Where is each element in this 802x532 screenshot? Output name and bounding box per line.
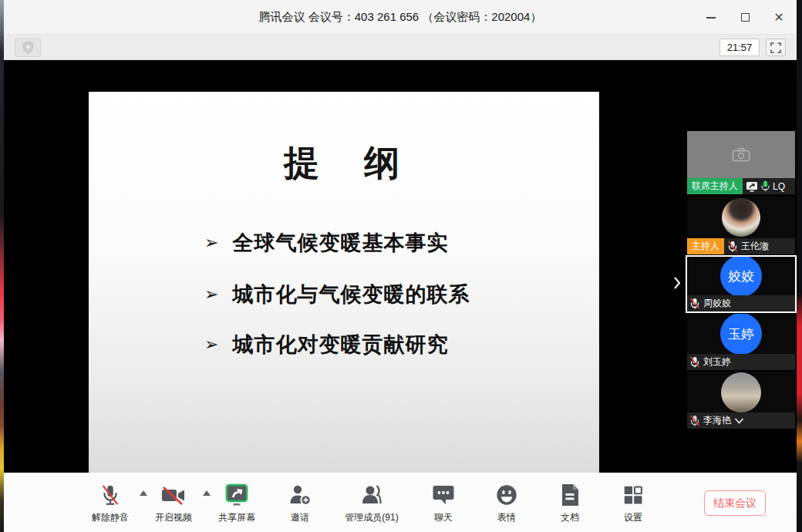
- bullet-text: 全球气候变暖基本事实: [232, 229, 448, 257]
- share-screen-icon: [223, 483, 251, 507]
- slide-bullet: ➢ 全球气候变暖基本事实: [204, 229, 448, 257]
- status-row: 21:57: [4, 35, 797, 60]
- toolbar-label: 共享屏幕: [218, 511, 255, 524]
- bullet-text: 城市化与气候变暖的联系: [232, 281, 470, 308]
- slide-bullet: ➢ 城市化与气候变暖的联系: [204, 281, 470, 308]
- participant-tile-wanglunche[interactable]: 主持人 王伦澈: [687, 197, 795, 254]
- participant-tile-liuyuting[interactable]: 玉婷 刘玉婷: [687, 314, 795, 370]
- participant-name: 李海艳: [703, 414, 731, 427]
- participant-namebar: 联席主持人 LQ: [687, 178, 795, 194]
- video-off-placeholder: [687, 131, 795, 178]
- unmute-button[interactable]: 解除静音: [83, 480, 137, 524]
- minimize-icon: [706, 17, 716, 19]
- bullet-arrow-icon: ➢: [204, 285, 218, 305]
- meeting-window: 腾讯会议 会议号：403 261 656 （会议密码：202004） ✕ 21:…: [4, 0, 797, 532]
- start-video-button[interactable]: 开启视频: [147, 480, 200, 524]
- titlebar: 腾讯会议 会议号：403 261 656 （会议密码：202004） ✕: [4, 0, 797, 35]
- participant-name: LQ: [773, 181, 785, 192]
- person-add-icon: [288, 483, 312, 507]
- participant-namebar: 刘玉婷: [687, 354, 795, 370]
- avatar-area: [687, 197, 795, 238]
- chevron-right-icon: [673, 276, 681, 290]
- participant-name: 王伦澈: [741, 240, 769, 253]
- cohost-badge: 联席主持人: [687, 178, 743, 194]
- maximize-icon: [741, 13, 750, 22]
- screen-sharing-icon: [746, 181, 758, 192]
- chat-bubble-icon: [431, 483, 456, 507]
- mic-muted-icon: [689, 356, 700, 368]
- participant-namebar: 周姣姣: [687, 295, 795, 311]
- sidebar-collapse-button[interactable]: [669, 270, 686, 296]
- toolbar-label: 表情: [497, 511, 516, 524]
- participants-sidebar: 联席主持人 LQ: [687, 60, 795, 473]
- smiley-icon: [495, 483, 518, 507]
- slide-bullet: ➢ 城市化对变暖贡献研究: [204, 331, 448, 359]
- participant-tile-lihaiyan[interactable]: 李海艳: [687, 372, 795, 429]
- mic-muted-icon: [727, 241, 738, 252]
- desktop-edge-right: [797, 0, 802, 532]
- avatar-photo: [722, 198, 760, 237]
- mic-muted-icon: [689, 298, 700, 309]
- participant-tile-zhoujiaojiao[interactable]: 姣姣 周姣姣: [686, 255, 797, 313]
- fullscreen-button[interactable]: [766, 39, 786, 56]
- toolbar-items: 解除静音 开启视频: [83, 480, 660, 524]
- avatar-photo: [721, 372, 761, 412]
- chat-button[interactable]: 聊天: [416, 480, 470, 524]
- invite-button[interactable]: 邀请: [273, 480, 327, 524]
- desktop-edge-left: [0, 0, 4, 532]
- toolbar-label: 聊天: [434, 511, 453, 524]
- shield-plus-icon: [22, 41, 34, 54]
- window-controls: ✕: [699, 0, 790, 35]
- participant-name: 周姣姣: [703, 297, 731, 310]
- close-button[interactable]: ✕: [767, 6, 790, 29]
- emoji-button[interactable]: 表情: [480, 480, 534, 524]
- toolbar-label: 开启视频: [155, 511, 192, 524]
- toolbar-label: 文档: [561, 511, 579, 524]
- meeting-timer: 21:57: [719, 39, 760, 56]
- avatar-text: 姣姣: [728, 268, 754, 285]
- bullet-arrow-icon: ➢: [204, 233, 218, 253]
- chevron-down-icon[interactable]: [734, 418, 744, 424]
- minimize-button[interactable]: [699, 6, 723, 29]
- maximize-button[interactable]: [733, 6, 757, 29]
- mic-muted-icon: [99, 483, 122, 507]
- settings-button[interactable]: 设置: [606, 480, 660, 524]
- avatar-initials: 姣姣: [720, 255, 762, 297]
- host-badge: 主持人: [687, 238, 724, 254]
- participant-namebar: 主持人 王伦澈: [687, 238, 795, 254]
- documents-button[interactable]: 文档: [543, 480, 597, 524]
- toolbar-label: 邀请: [291, 511, 309, 524]
- security-shield-button[interactable]: [15, 38, 41, 57]
- participant-name: 刘玉婷: [703, 355, 731, 369]
- main-stage: 提 纲 ➢ 全球气候变暖基本事实 ➢ 城市化与气候变暖的联系 ➢ 城市化对变暖贡…: [4, 60, 797, 473]
- manage-members-button[interactable]: 管理成员(91): [336, 480, 407, 524]
- avatar-area: [687, 372, 795, 412]
- avatar-initials: 玉婷: [720, 314, 762, 355]
- shared-slide: 提 纲 ➢ 全球气候变暖基本事实 ➢ 城市化与气候变暖的联系 ➢ 城市化对变暖贡…: [89, 92, 599, 473]
- toolbar-label: 解除静音: [92, 511, 129, 524]
- mic-active-icon: [761, 180, 770, 192]
- toolbar-label: 管理成员(91): [345, 511, 398, 524]
- window-title: 腾讯会议 会议号：403 261 656 （会议密码：202004）: [259, 10, 542, 25]
- mic-muted-icon: [689, 415, 700, 426]
- avatar-text: 玉婷: [728, 325, 754, 343]
- bullet-text: 城市化对变暖贡献研究: [232, 331, 448, 359]
- timer-text: 21:57: [727, 42, 753, 53]
- end-meeting-button[interactable]: 结束会议: [704, 490, 766, 516]
- share-screen-button[interactable]: 共享屏幕: [210, 480, 264, 524]
- fullscreen-icon: [770, 42, 781, 53]
- slide-title: 提 纲: [89, 140, 599, 187]
- camera-off-icon: [160, 483, 187, 507]
- bottom-toolbar: 解除静音 开启视频: [4, 473, 797, 532]
- avatar-area: 玉婷: [687, 314, 795, 354]
- close-icon: ✕: [773, 12, 783, 24]
- toolbar-label: 设置: [624, 511, 642, 524]
- camera-disabled-icon: [732, 147, 750, 162]
- participant-namebar: 李海艳: [687, 412, 795, 429]
- avatar-area: 姣姣: [687, 257, 795, 295]
- people-icon: [359, 483, 384, 507]
- bullet-arrow-icon: ➢: [204, 335, 218, 355]
- participant-tile-lq[interactable]: 联席主持人 LQ: [687, 131, 795, 194]
- settings-grid-icon: [622, 483, 645, 507]
- document-icon: [559, 483, 581, 507]
